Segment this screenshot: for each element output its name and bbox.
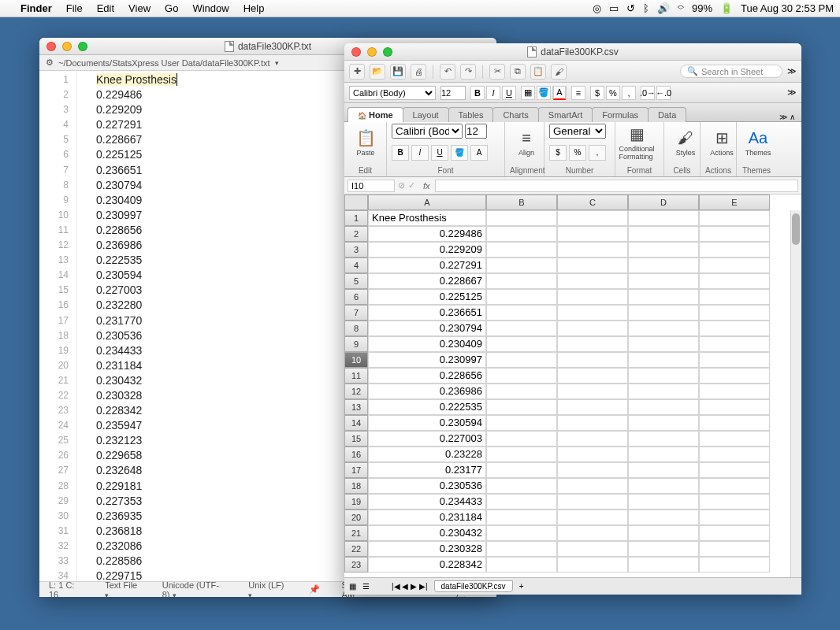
cell[interactable] xyxy=(699,368,770,384)
formula-input[interactable] xyxy=(435,180,798,192)
cell[interactable] xyxy=(486,525,557,541)
row-header[interactable]: 23 xyxy=(344,557,368,573)
cell[interactable] xyxy=(628,447,699,462)
cut-icon[interactable]: ✂ xyxy=(489,64,505,80)
cell[interactable] xyxy=(699,321,770,336)
timemachine-icon[interactable]: ↺ xyxy=(626,2,635,14)
cell[interactable] xyxy=(557,226,628,242)
tab-tables[interactable]: Tables xyxy=(448,107,494,122)
cell[interactable] xyxy=(557,478,628,494)
cell[interactable] xyxy=(486,541,557,557)
cell[interactable]: 0.230409 xyxy=(368,336,486,352)
paste-button[interactable]: 📋Paste xyxy=(349,124,382,161)
cell[interactable]: 0.228656 xyxy=(368,368,486,384)
comma-icon[interactable]: , xyxy=(622,86,636,100)
cell[interactable] xyxy=(486,494,557,510)
view-grid-icon[interactable]: ▦ xyxy=(349,582,356,591)
row-header[interactable]: 4 xyxy=(344,258,368,273)
cell[interactable] xyxy=(699,384,770,399)
row-header[interactable]: 9 xyxy=(344,336,368,352)
row-header[interactable]: 21 xyxy=(344,525,368,541)
ribbon-italic[interactable]: I xyxy=(411,145,429,161)
row-header[interactable]: 22 xyxy=(344,541,368,557)
cell[interactable] xyxy=(557,384,628,399)
cell[interactable] xyxy=(486,510,557,525)
wifi-icon[interactable]: ⌔ xyxy=(678,2,684,14)
cell[interactable]: 0.227291 xyxy=(368,258,486,273)
vertical-scrollbar[interactable] xyxy=(790,210,801,577)
cell[interactable] xyxy=(699,352,770,368)
cell[interactable]: 0.222535 xyxy=(368,399,486,415)
cell[interactable] xyxy=(628,541,699,557)
toolbar-expand-icon[interactable]: ≫ xyxy=(787,66,797,76)
row-header[interactable]: 3 xyxy=(344,242,368,258)
cell[interactable] xyxy=(557,305,628,321)
cell[interactable] xyxy=(486,210,557,226)
row-header[interactable]: 15 xyxy=(344,431,368,447)
cell[interactable] xyxy=(628,510,699,525)
row-header[interactable]: 6 xyxy=(344,289,368,305)
paste-icon[interactable]: 📋 xyxy=(530,64,546,80)
cell[interactable] xyxy=(699,226,770,242)
tabs-expand-icon[interactable]: ≫ ∧ xyxy=(776,113,798,121)
undo-icon[interactable]: ↶ xyxy=(440,64,455,80)
row-header[interactable]: 18 xyxy=(344,478,368,494)
file-type[interactable]: Text File ▾ xyxy=(105,580,139,598)
bold-button[interactable]: B xyxy=(470,86,485,100)
ribbon-fill[interactable]: 🪣 xyxy=(451,145,468,161)
cell[interactable] xyxy=(486,368,557,384)
row-header[interactable]: 7 xyxy=(344,305,368,321)
cell[interactable] xyxy=(557,352,628,368)
align-left-icon[interactable]: ≡ xyxy=(571,86,585,100)
ribbon-comma[interactable]: , xyxy=(589,145,606,161)
menu-window[interactable]: Window xyxy=(192,2,229,14)
cell[interactable] xyxy=(699,336,770,352)
cell[interactable]: 0.231184 xyxy=(368,510,486,525)
dropdown-icon[interactable]: ▾ xyxy=(275,59,279,67)
cell[interactable] xyxy=(699,462,770,478)
cell[interactable] xyxy=(557,510,628,525)
cell[interactable] xyxy=(628,384,699,399)
cell[interactable] xyxy=(557,242,628,258)
cell[interactable]: 0.234433 xyxy=(368,494,486,510)
menu-file[interactable]: File xyxy=(66,2,83,14)
cell[interactable] xyxy=(628,557,699,573)
cell[interactable] xyxy=(557,557,628,573)
line-ending[interactable]: Unix (LF) ▾ xyxy=(248,580,286,598)
row-header[interactable]: 13 xyxy=(344,399,368,415)
cell[interactable] xyxy=(699,305,770,321)
cell[interactable] xyxy=(486,462,557,478)
cell[interactable] xyxy=(486,478,557,494)
cell[interactable] xyxy=(557,447,628,462)
cell[interactable] xyxy=(699,289,770,305)
cell[interactable] xyxy=(486,384,557,399)
cell[interactable] xyxy=(628,431,699,447)
cell[interactable]: 0.23177 xyxy=(368,462,486,478)
cell[interactable]: 0.230328 xyxy=(368,541,486,557)
sheet-tab[interactable]: dataFile300KP.csv xyxy=(434,580,513,592)
actions-button[interactable]: ⊞Actions xyxy=(705,124,738,161)
row-header[interactable]: 5 xyxy=(344,273,368,289)
close-button[interactable] xyxy=(351,47,361,57)
cell[interactable] xyxy=(557,289,628,305)
cell[interactable] xyxy=(557,462,628,478)
zoom-button[interactable] xyxy=(383,47,392,57)
tab-formulas[interactable]: Formulas xyxy=(592,107,649,122)
tab-home[interactable]: Home xyxy=(348,107,403,122)
cell[interactable] xyxy=(699,447,770,462)
cell[interactable] xyxy=(486,336,557,352)
cell[interactable]: 0.225125 xyxy=(368,289,486,305)
row-header[interactable]: 17 xyxy=(344,462,368,478)
cell[interactable] xyxy=(557,210,628,226)
encoding[interactable]: Unicode (UTF-8) ▾ xyxy=(162,580,227,598)
row-header[interactable]: 10 xyxy=(344,352,368,368)
cell[interactable] xyxy=(628,336,699,352)
add-sheet-icon[interactable]: + xyxy=(519,582,524,591)
cell[interactable]: Knee Prosthesis xyxy=(368,210,486,226)
percent-icon[interactable]: % xyxy=(606,86,620,100)
cell[interactable] xyxy=(699,478,770,494)
cell[interactable] xyxy=(699,273,770,289)
ribbon-fontsize[interactable] xyxy=(465,124,487,139)
row-header[interactable]: 14 xyxy=(344,415,368,431)
cell[interactable] xyxy=(628,352,699,368)
